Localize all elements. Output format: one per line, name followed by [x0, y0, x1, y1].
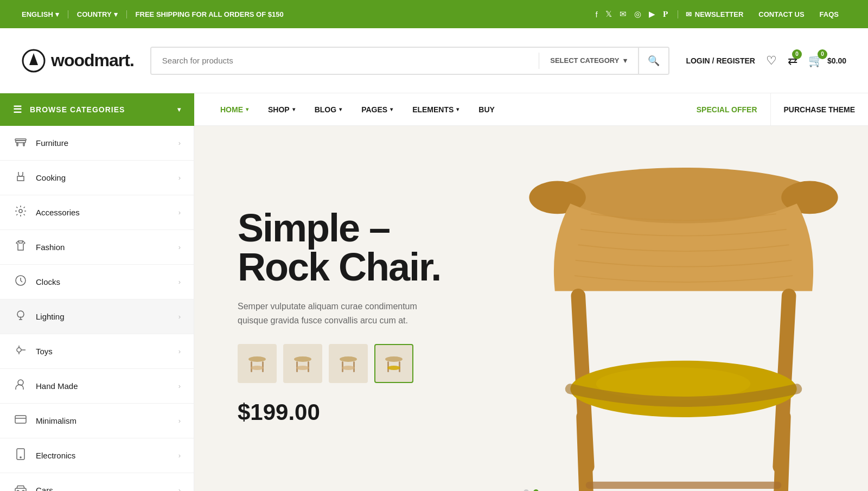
chair-illustration	[488, 137, 868, 491]
twitter-icon[interactable]: 𝕏	[605, 9, 612, 19]
lighting-label: Lighting	[36, 312, 171, 321]
svg-rect-5	[15, 139, 26, 141]
minimalism-icon	[13, 413, 28, 429]
cart-button[interactable]: 🛒 0 $0.00	[808, 54, 846, 68]
nav-blog[interactable]: BLOG ▾	[305, 93, 352, 125]
sidebar-item-cooking[interactable]: Cooking ›	[0, 161, 194, 195]
faqs-label: FAQS	[820, 10, 839, 18]
sidebar-item-furniture[interactable]: Furniture ›	[0, 126, 194, 161]
cart-icon-wrapper: 🛒 0	[808, 54, 823, 68]
contact-link[interactable]: CONTACT US	[751, 10, 812, 18]
nav-buy[interactable]: BUY	[469, 93, 505, 125]
hero-thumb-1[interactable]	[238, 344, 277, 383]
sidebar-item-fashion[interactable]: Fashion ›	[0, 230, 194, 265]
sidebar-item-toys[interactable]: Toys ›	[0, 334, 194, 369]
electronics-label: Electronics	[36, 451, 171, 460]
sidebar-item-clocks[interactable]: Clocks ›	[0, 265, 194, 299]
hero-thumb-4[interactable]	[374, 344, 413, 383]
clocks-arrow: ›	[178, 278, 181, 286]
svg-rect-4	[23, 143, 24, 146]
pinterest-icon[interactable]: 𝐏	[663, 9, 668, 19]
special-offer-link[interactable]: SPECIAL OFFER	[684, 93, 770, 125]
sidebar-item-minimalism[interactable]: Minimalism ›	[0, 404, 194, 438]
nav-pages[interactable]: PAGES ▾	[352, 93, 403, 125]
furniture-icon	[13, 135, 28, 151]
youtube-icon[interactable]: ▶	[649, 9, 655, 19]
svg-point-18	[248, 356, 266, 362]
nav-blog-label: BLOG	[315, 105, 336, 114]
nav-links: HOME ▾ SHOP ▾ BLOG ▾ PAGES ▾ ELEMENTS ▾ …	[194, 93, 521, 125]
fashion-label: Fashion	[36, 243, 171, 252]
minimalism-arrow: ›	[178, 417, 181, 425]
toys-icon	[13, 343, 28, 359]
category-caret: ▾	[623, 56, 627, 65]
wishlist-button[interactable]: ♡	[766, 54, 777, 68]
nav-home-caret: ▾	[246, 106, 248, 112]
compare-button[interactable]: ⇄ 0	[788, 54, 797, 68]
chair-thumb-2-icon	[289, 349, 317, 378]
search-button[interactable]: 🔍	[638, 48, 668, 74]
cart-badge: 0	[818, 49, 827, 59]
cars-arrow: ›	[178, 486, 181, 491]
hero-section: Simple –Rock Chair. Semper vulputate ali…	[194, 126, 868, 491]
hero-price: $199.00	[238, 399, 444, 425]
instagram-icon[interactable]: ◎	[634, 9, 641, 19]
newsletter-icon: ✉	[686, 10, 692, 18]
nav-elements-caret: ▾	[456, 106, 459, 112]
purchase-theme-link[interactable]: PURCHASE THEME	[770, 93, 868, 125]
sidebar-item-cars[interactable]: Cars ›	[0, 473, 194, 491]
facebook-icon[interactable]: f	[596, 10, 598, 19]
svg-point-14	[20, 457, 21, 458]
heart-icon: ♡	[766, 54, 777, 67]
chair-thumb-4-icon	[380, 349, 408, 378]
nav-buy-label: BUY	[478, 105, 495, 114]
nav-shop-label: SHOP	[268, 105, 290, 114]
country-caret: ▾	[114, 10, 118, 18]
language-caret: ▾	[55, 10, 59, 18]
sidebar-item-electronics[interactable]: Electronics ›	[0, 438, 194, 473]
lighting-arrow: ›	[178, 313, 181, 321]
social-icons: f 𝕏 ✉ ◎ ▶ 𝐏	[596, 9, 668, 19]
search-input[interactable]	[151, 48, 539, 74]
search-icon: 🔍	[648, 55, 660, 67]
faqs-link[interactable]: FAQS	[812, 10, 846, 18]
sidebar-item-handmade[interactable]: Hand Made ›	[0, 369, 194, 404]
cooking-label: Cooking	[36, 173, 171, 182]
header-actions: LOGIN / REGISTER ♡ ⇄ 0 🛒 0 $0.00	[686, 54, 846, 68]
hero-thumb-3[interactable]	[329, 344, 368, 383]
svg-point-30	[385, 356, 403, 362]
main-content: Furniture › Cooking › Accessories › Fash…	[0, 126, 868, 491]
svg-point-6	[19, 209, 22, 213]
country-selector[interactable]: COUNTRY ▾	[68, 10, 126, 18]
language-selector[interactable]: ENGLISH ▾	[22, 10, 68, 18]
login-link[interactable]: LOGIN / REGISTER	[686, 56, 755, 65]
clocks-label: Clocks	[36, 277, 171, 286]
svg-point-25	[296, 366, 309, 370]
toys-arrow: ›	[178, 347, 181, 355]
cars-label: Cars	[36, 486, 171, 491]
svg-marker-1	[29, 53, 38, 65]
top-bar-right: f 𝕏 ✉ ◎ ▶ 𝐏 ✉ NEWSLETTER CONTACT US FAQS	[596, 9, 846, 19]
nav-elements-label: ELEMENTS	[412, 105, 454, 114]
cars-icon	[13, 482, 28, 491]
svg-point-9	[17, 348, 21, 352]
sidebar: Furniture › Cooking › Accessories › Fash…	[0, 126, 194, 491]
contact-label: CONTACT US	[758, 10, 804, 18]
nav-elements[interactable]: ELEMENTS ▾	[403, 93, 469, 125]
hero-thumb-2[interactable]	[283, 344, 322, 383]
sidebar-item-lighting[interactable]: Lighting ›	[0, 299, 194, 334]
nav-bar: ☰ BROWSE CATEGORIES ▾ HOME ▾ SHOP ▾ BLOG…	[0, 93, 868, 126]
category-select[interactable]: SELECT CATEGORY ▾	[539, 48, 638, 74]
hero-thumbnails	[238, 344, 444, 383]
svg-point-33	[387, 366, 400, 370]
email-icon[interactable]: ✉	[620, 9, 627, 19]
nav-home[interactable]: HOME ▾	[210, 93, 258, 125]
electronics-arrow: ›	[178, 451, 181, 460]
logo[interactable]: woodmart.	[22, 49, 134, 73]
search-bar: SELECT CATEGORY ▾ 🔍	[150, 47, 670, 75]
newsletter-link[interactable]: ✉ NEWSLETTER	[678, 10, 751, 18]
hero-image	[450, 126, 868, 491]
nav-shop[interactable]: SHOP ▾	[258, 93, 305, 125]
browse-categories-button[interactable]: ☰ BROWSE CATEGORIES ▾	[0, 93, 194, 126]
sidebar-item-accessories[interactable]: Accessories ›	[0, 195, 194, 230]
